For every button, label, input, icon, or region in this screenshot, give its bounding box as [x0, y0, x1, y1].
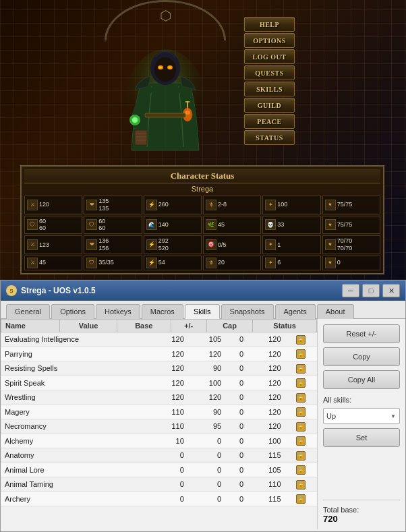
skill-mod: 0 — [225, 434, 248, 448]
stats-grid: ⚔ 120 ❤ 135135 ⚡ 260 🗡 2-8 ✦ 100 ♥ 75/75… — [24, 196, 380, 270]
table-row[interactable]: Magery 110 90 0 120 🔒 — [1, 405, 317, 419]
col-name: Name — [1, 320, 60, 332]
close-button[interactable]: ✕ — [382, 284, 400, 297]
total-label: Total base: — [323, 506, 400, 514]
skill-value: 0 — [151, 448, 188, 463]
skills-data-table: Evaluating Intelligence 120 105 0 120 🔒 … — [1, 332, 317, 506]
skill-value: 110 — [151, 405, 188, 419]
app-window: S Strega - UOS v1.0.5 ─ □ ✕ General Opti… — [0, 280, 406, 532]
skill-value: 120 — [151, 376, 188, 390]
stat-mana: ⚡ 260 — [144, 196, 202, 214]
table-row[interactable]: Alchemy 10 0 0 100 🔒 — [1, 434, 317, 448]
skills-table-container: Name Value Base +/- Cap Status Evaluatin… — [1, 319, 318, 529]
skill-base: 95 — [188, 419, 225, 434]
stat-kills: 🎯 0/5 — [203, 235, 261, 254]
hpbar2-icon: ♥ — [325, 219, 336, 230]
skill-mod: 0 — [225, 448, 248, 463]
stat-r4c1: ⚔ 45 — [24, 256, 82, 270]
skills-game-button[interactable]: SKILLS — [244, 82, 295, 96]
skill-mod: 0 — [225, 332, 248, 347]
help-button[interactable]: HELP — [244, 17, 295, 32]
skill-name: Necromancy — [1, 419, 151, 434]
filter-dropdown-container: Up Down Locked All ▼ — [323, 408, 400, 424]
table-row[interactable]: Spirit Speak 120 100 0 120 🔒 — [1, 376, 317, 390]
tab-general[interactable]: General — [6, 304, 50, 319]
status-game-button[interactable]: STATUS — [244, 130, 295, 145]
skill-cap: 120 — [248, 405, 285, 419]
stat-hpbar2: ♥ 75/75 — [322, 216, 380, 235]
stat-one: ✦ 1 — [262, 235, 320, 254]
window-controls: ─ □ ✕ — [342, 284, 400, 297]
table-row[interactable]: Necromancy 110 95 0 120 🔒 — [1, 419, 317, 434]
stat-ar: 🌿 45 — [203, 216, 261, 235]
skill-value: 120 — [151, 390, 188, 405]
table-row[interactable]: Resisting Spells 120 90 0 120 🔒 — [1, 361, 317, 376]
table-row[interactable]: Animal Taming 0 0 0 110 🔒 — [1, 477, 317, 492]
table-scroll[interactable]: Evaluating Intelligence 120 105 0 120 🔒 … — [1, 332, 317, 525]
tab-macros[interactable]: Macros — [142, 304, 183, 319]
hp-icon: ❤ — [86, 200, 97, 210]
copy-all-button[interactable]: Copy All — [323, 370, 400, 389]
skill-value: 0 — [151, 492, 188, 506]
stat-shield: 🛡 6060 — [84, 216, 142, 235]
stat-stamina: ♥ 75/75 — [322, 196, 380, 214]
reset-button[interactable]: Reset +/- — [323, 324, 400, 343]
stat-r4c2: 🛡 35/35 — [84, 256, 142, 270]
r4c6-icon: ♥ — [325, 258, 336, 268]
options-button[interactable]: OPTIONS — [244, 33, 295, 48]
quests-button[interactable]: QUESTS — [244, 65, 295, 80]
maximize-button[interactable]: □ — [362, 284, 380, 297]
table-row[interactable]: Animal Lore 0 0 0 105 🔒 — [1, 463, 317, 477]
tab-snapshots[interactable]: Snapshots — [221, 304, 274, 319]
mana3-icon: ⚡ — [146, 239, 157, 250]
table-row[interactable]: Archery 0 0 0 115 🔒 — [1, 492, 317, 506]
skill-base: 90 — [188, 361, 225, 376]
skill-status: 🔒 — [285, 347, 317, 361]
character-status-panel: Character Status Strega ⚔ 120 ❤ 135135 ⚡… — [20, 165, 384, 274]
skill-value: 10 — [151, 434, 188, 448]
lock-icon: 🔒 — [296, 349, 306, 359]
table-row[interactable]: Anatomy 0 0 0 115 🔒 — [1, 448, 317, 463]
skill-mod: 0 — [225, 390, 248, 405]
guild-button[interactable]: GUILD — [244, 98, 295, 113]
skill-name: Archery — [1, 492, 151, 506]
ar-icon: 🌿 — [206, 219, 216, 230]
app-icon: S — [6, 285, 17, 296]
dmg-icon: 🗡 — [206, 200, 216, 210]
stat-hp: ❤ 135135 — [84, 196, 142, 214]
skill-mod: 0 — [225, 405, 248, 419]
stamina-icon: ♥ — [325, 200, 336, 210]
copy-button[interactable]: Copy — [323, 347, 400, 366]
table-row[interactable]: Parrying 120 120 0 120 🔒 — [1, 347, 317, 361]
arch-symbol: ⬡ — [160, 7, 171, 24]
lock-icon: 🔒 — [296, 465, 306, 475]
status-panel-title: Character Status — [24, 169, 380, 183]
peace-button[interactable]: PEACE — [244, 114, 295, 129]
skill-value: 120 — [151, 361, 188, 376]
lock-icon: 🔒 — [296, 364, 306, 374]
stat33-icon: 💀 — [265, 219, 276, 230]
skill-cap: 105 — [248, 463, 285, 477]
skill-status: 🔒 — [285, 419, 317, 434]
stat-mana3: ⚡ 292520 — [144, 235, 202, 254]
logout-button[interactable]: LOG OUT — [244, 49, 295, 64]
tab-about[interactable]: About — [317, 304, 354, 319]
tab-options[interactable]: Options — [51, 304, 94, 319]
tab-agents[interactable]: Agents — [275, 304, 316, 319]
skill-value: 120 — [151, 347, 188, 361]
skill-status: 🔒 — [285, 434, 317, 448]
table-row[interactable]: Wrestling 120 120 0 120 🔒 — [1, 390, 317, 405]
r4c4-icon: 🗡 — [206, 258, 216, 268]
tab-hotkeys[interactable]: Hotkeys — [96, 304, 140, 319]
minimize-button[interactable]: ─ — [342, 284, 359, 297]
tab-skills[interactable]: Skills — [185, 304, 220, 319]
title-bar: S Strega - UOS v1.0.5 ─ □ ✕ — [1, 280, 405, 301]
table-row[interactable]: Evaluating Intelligence 120 105 0 120 🔒 — [1, 332, 317, 347]
skill-base: 100 — [188, 376, 225, 390]
filter-dropdown[interactable]: Up Down Locked All — [323, 408, 400, 424]
skill-status: 🔒 — [285, 477, 317, 492]
skill-cap: 120 — [248, 376, 285, 390]
skill-name: Parrying — [1, 347, 151, 361]
one-icon: ✦ — [265, 239, 276, 250]
set-button[interactable]: Set — [323, 428, 400, 447]
